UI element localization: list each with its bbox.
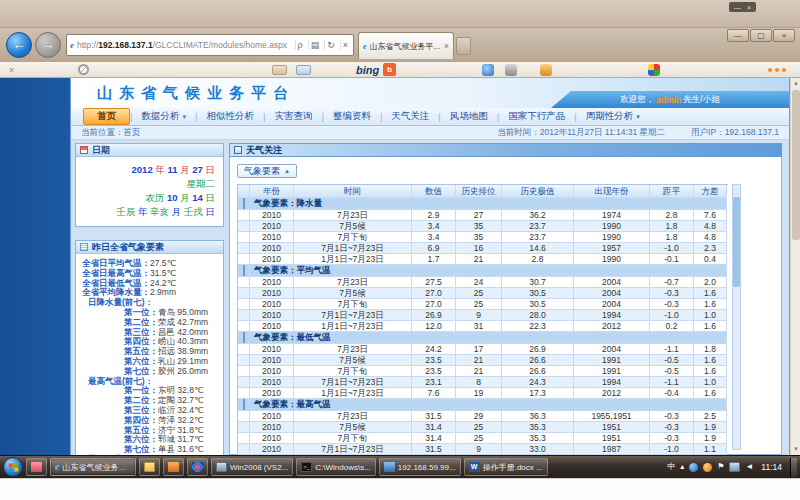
table-group-row[interactable]: 气象要素：平均气温 [238, 265, 728, 277]
taskbar-button-vm-window[interactable]: Win2008 (VS2... [211, 458, 293, 476]
nav-item-3[interactable]: 相似性分析 [197, 109, 263, 124]
address-bar[interactable]: e http://192.168.137.1/GLCCLIMATE/module… [66, 34, 354, 56]
action-center-flag-icon[interactable]: ⚑ [717, 462, 724, 472]
maximize-button[interactable]: ▢ [750, 29, 772, 42]
forward-button[interactable]: → [35, 32, 61, 58]
table-row[interactable]: 20107月1日~7月23日6.91614.61957-1.02.3 [238, 243, 728, 254]
search-icon[interactable]: ρ [295, 40, 305, 50]
scroll-down-icon[interactable]: ▼ [791, 444, 800, 455]
cell: 23.7 [502, 232, 574, 243]
table-row[interactable]: 20101月1日~7月23日7.61917.32012-0.41.6 [238, 388, 728, 399]
promo-card-icon[interactable] [272, 65, 287, 75]
rdp-minimize-icon[interactable]: — [734, 4, 741, 11]
header-cell[interactable]: 时间 [294, 185, 412, 198]
addon-bar-close-icon[interactable]: × [9, 65, 14, 75]
rdp-connection-bar[interactable]: — × [729, 2, 756, 12]
start-button[interactable] [3, 457, 23, 477]
taskbar-button-pinned-app[interactable] [26, 458, 47, 476]
table-row[interactable]: 20107月23日31.52936.31955,1951-0.32.5 [238, 411, 728, 422]
mail-card-icon[interactable] [296, 65, 311, 75]
close-button[interactable]: × [773, 29, 795, 42]
url-text[interactable]: http://192.168.137.1/GLCCLIMATE/modules/… [77, 40, 292, 50]
header-cell[interactable]: 年份 [250, 185, 294, 198]
nav-item-8[interactable]: 国家下行产品 [499, 109, 574, 124]
nav-item-7[interactable]: 风场地图 [441, 109, 497, 124]
tab-close-icon[interactable]: × [444, 41, 449, 51]
table-row[interactable]: 20107月23日24.21726.92004-1.11.8 [238, 344, 728, 355]
network-icon[interactable] [729, 462, 740, 472]
table-row[interactable]: 20107月23日2.92736.219742.87.6 [238, 210, 728, 221]
taskbar-button-rdp-window[interactable]: 192.168.59.99... [379, 458, 461, 476]
volume-icon[interactable]: ◄ [745, 462, 753, 472]
table-row[interactable]: 20107月1日~7月23日23.1824.31994-1.11.0 [238, 377, 728, 388]
taskbar-button-media-app-window[interactable] [187, 458, 208, 476]
table-row[interactable]: 20107月下旬27.02530.52004-0.31.6 [238, 299, 728, 310]
expand-checkbox-icon[interactable] [243, 198, 245, 209]
table-row[interactable]: 20101月1日~7月23日12.03122.320120.21.6 [238, 321, 728, 332]
more-options-dots-icon[interactable] [768, 68, 786, 72]
table-row[interactable]: 20107月下旬3.43523.719901.84.8 [238, 232, 728, 243]
header-cell[interactable]: 距平 [650, 185, 694, 198]
expand-checkbox-icon[interactable] [243, 265, 245, 276]
taskbar-clock[interactable]: 11:14 [758, 462, 785, 472]
minimize-button[interactable]: — [727, 29, 749, 42]
stop-icon[interactable]: × [340, 40, 350, 50]
tray-app-icon-blue[interactable] [689, 463, 698, 472]
show-desktop-button[interactable] [790, 458, 797, 477]
table-group-row[interactable]: 气象要素：最高气温 [238, 399, 728, 411]
taskbar-button-cmd-window[interactable]: >_C:\Windows\s... [296, 458, 376, 476]
browser-scrollbar[interactable]: ▲ ▼ [790, 78, 800, 455]
table-row[interactable]: 20107月5候31.42535.31951-0.31.9 [238, 422, 728, 433]
taskbar-button-explorer-window[interactable] [139, 458, 160, 476]
table-group-row[interactable]: 气象要素：降水量 [238, 198, 728, 210]
header-cell[interactable]: 方差 [694, 185, 727, 198]
browser-tab[interactable]: e 山东省气候业务平... × [358, 32, 454, 59]
header-cell[interactable]: 数值 [412, 185, 456, 198]
table-row[interactable]: 20101月1日~7月23日1.7212.81990-0.10.4 [238, 254, 728, 265]
taskbar-button-app-window-orange[interactable] [163, 458, 184, 476]
nav-item-4[interactable]: 灾害查询 [265, 109, 321, 124]
element-filter-button[interactable]: 气象要素▲ [237, 164, 297, 178]
system-tray: 中 ▴ ⚑ ◄ 11:14 [667, 458, 797, 477]
scroll-up-icon[interactable]: ▲ [791, 78, 800, 89]
nav-item-1[interactable]: 首页 [83, 108, 130, 125]
table-row[interactable]: 20107月1日~7月23日31.5933.01987-1.01.1 [238, 444, 728, 455]
back-button[interactable]: ← [6, 32, 32, 58]
taskbar-button-ie-window[interactable]: e山东省气候业务平... [50, 458, 136, 476]
table-row[interactable]: 20107月1日~7月23日26.9928.01994-1.01.0 [238, 310, 728, 321]
refresh-icon[interactable]: ↻ [324, 40, 337, 50]
tray-app-icon-orange[interactable] [703, 463, 712, 472]
table-scrollbar[interactable] [732, 184, 741, 450]
bing-logo[interactable]: bing b [356, 63, 396, 76]
cell: 2.9 [412, 210, 456, 221]
nav-item-6[interactable]: 天气关注 [382, 109, 438, 124]
table-row[interactable]: 20107月23日27.52430.72004-0.72.0 [238, 277, 728, 288]
taskbar-button-word-window[interactable]: W操作手册.docx ... [464, 458, 548, 476]
toolbar-app-icon-grey[interactable] [505, 64, 517, 76]
table-row[interactable]: 20107月5候23.52126.61991-0.51.6 [238, 355, 728, 366]
header-cell[interactable]: 历史排位 [456, 185, 502, 198]
nav-item-2[interactable]: 数据分析▾ [132, 109, 195, 124]
header-cell[interactable]: 历史极值 [502, 185, 574, 198]
expand-checkbox-icon[interactable] [243, 399, 245, 410]
nav-item-9[interactable]: 周期性分析▾ [577, 109, 649, 124]
header-cell[interactable]: 出现年份 [574, 185, 650, 198]
nav-item-5[interactable]: 整编资料 [324, 109, 380, 124]
rdp-close-icon[interactable]: × [747, 4, 751, 11]
table-group-row[interactable]: 气象要素：最低气温 [238, 332, 728, 344]
toolbar-app-icon-msn[interactable] [648, 64, 660, 76]
table-row[interactable]: 20107月下旬23.52126.61991-0.51.6 [238, 366, 728, 377]
ime-indicator[interactable]: 中 [667, 462, 675, 472]
new-tab-button[interactable] [456, 37, 471, 55]
compatibility-view-icon[interactable]: ▤ [308, 40, 322, 50]
rank-label: 第五位： [124, 425, 158, 435]
expand-checkbox-icon[interactable] [243, 332, 245, 343]
table-row[interactable]: 20107月下旬31.42535.31951-0.31.9 [238, 433, 728, 444]
tray-expand-icon[interactable]: ▴ [680, 462, 684, 472]
cell: 7月1日~7月23日 [294, 377, 412, 388]
toolbar-app-icon-blue[interactable] [482, 64, 494, 76]
scrollbar-thumb[interactable] [792, 90, 800, 240]
toolbar-app-icon-orange[interactable] [540, 64, 552, 76]
table-row[interactable]: 20107月5候27.02530.52004-0.31.6 [238, 288, 728, 299]
table-row[interactable]: 20107月5候3.43523.719901.84.8 [238, 221, 728, 232]
